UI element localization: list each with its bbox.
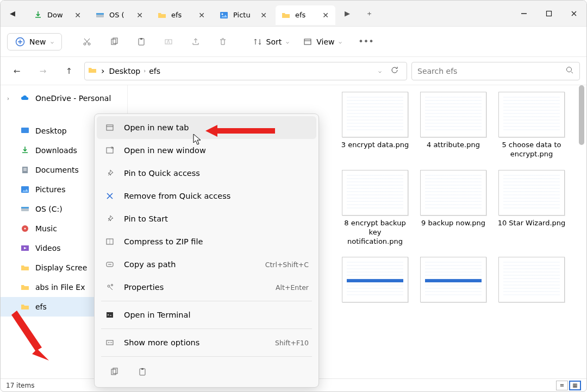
file-label: 3 encrypt data.png	[341, 141, 409, 150]
ctx-pin-start[interactable]: Pin to Start	[95, 207, 319, 230]
sort-label: Sort	[266, 37, 282, 46]
tab-efs-active[interactable]: efs ✕	[276, 5, 335, 25]
share-button[interactable]	[184, 32, 208, 52]
desktop-icon	[20, 126, 30, 136]
svg-rect-24	[107, 125, 113, 130]
svg-text:A: A	[167, 40, 170, 45]
file-item[interactable]	[419, 257, 488, 306]
sidebar-item-label: Pictures	[35, 185, 65, 194]
file-label: 4 attribute.png	[427, 141, 480, 150]
scrollbar-thumb[interactable]	[579, 85, 584, 145]
ctx-open-terminal[interactable]: Open in Terminal	[95, 304, 319, 326]
ctx-properties[interactable]: PropertiesAlt+Enter	[95, 276, 319, 299]
file-thumbnail	[420, 170, 486, 216]
delete-button[interactable]	[211, 32, 235, 52]
file-item[interactable]: 4 attribute.png	[419, 92, 488, 159]
ctx-label: Compress to ZIP file	[124, 237, 309, 246]
copy-button[interactable]	[102, 32, 126, 52]
annotation-arrow	[205, 123, 276, 139]
sidebar-item-label: Music	[35, 224, 57, 233]
sort-button[interactable]: Sort ⌵	[248, 34, 295, 49]
ctx-label: Remove from Quick access	[124, 192, 309, 200]
sidebar-item-label: Videos	[35, 244, 61, 252]
chevron-right-icon[interactable]: ›	[7, 96, 15, 102]
ctx-copy-path[interactable]: Copy as pathCtrl+Shift+C	[95, 253, 319, 276]
view-details-button[interactable]: ≡	[556, 381, 568, 390]
file-item[interactable]: 10 Star Wizard.png	[497, 170, 566, 246]
cut-button[interactable]	[75, 32, 99, 52]
svg-rect-20	[21, 207, 29, 208]
tab-label: efs	[295, 11, 317, 19]
ctx-paste-button[interactable]	[130, 362, 154, 382]
svg-point-28	[108, 285, 110, 287]
tab-efs-1[interactable]: efs ✕	[152, 5, 211, 25]
tab-history-back[interactable]: ◀	[1, 9, 24, 17]
maximize-button[interactable]	[536, 1, 561, 26]
music-icon	[20, 224, 30, 233]
breadcrumbs: Desktop › efs	[109, 67, 160, 75]
sidebar-onedrive[interactable]: › OneDrive - Personal	[1, 88, 127, 108]
more-button[interactable]: •••	[354, 32, 378, 52]
chevron-down-icon: ⌵	[286, 39, 289, 45]
tab-history-fwd[interactable]: ▶	[336, 9, 358, 17]
ctx-shortcut: Ctrl+Shift+C	[265, 261, 309, 269]
annotation-arrow	[8, 306, 57, 366]
crumb-efs[interactable]: efs	[149, 67, 160, 75]
back-button[interactable]: ←	[6, 61, 28, 81]
ctx-shortcut: Shift+F10	[275, 339, 309, 347]
file-thumbnail	[342, 92, 408, 137]
rename-button[interactable]: A	[157, 32, 180, 52]
close-icon[interactable]: ✕	[259, 10, 268, 21]
close-window-button[interactable]	[561, 1, 586, 26]
more-icon	[104, 337, 115, 348]
new-tab-button[interactable]: ＋	[358, 9, 380, 18]
status-item-count: 17 items	[6, 382, 34, 389]
file-item[interactable]	[341, 257, 409, 306]
tab-pictures[interactable]: Pictu ✕	[214, 5, 273, 25]
minimize-button[interactable]	[511, 1, 536, 26]
file-thumbnail	[498, 92, 565, 137]
file-item[interactable]	[497, 257, 566, 306]
ctx-open-new-window[interactable]: Open in new window	[95, 139, 319, 162]
ctx-label: Open in new window	[124, 146, 309, 155]
open-window-icon	[104, 145, 115, 156]
view-button[interactable]: View ⌵	[298, 34, 347, 49]
file-label: 8 encrypt backup key notification.png	[341, 219, 409, 246]
close-icon[interactable]: ✕	[197, 10, 206, 21]
close-icon[interactable]: ✕	[321, 10, 330, 21]
folder-icon	[20, 282, 30, 292]
chevron-right-icon: ›	[101, 66, 104, 76]
crumb-desktop[interactable]: Desktop	[109, 67, 140, 75]
address-bar[interactable]: › Desktop › efs ⌵	[84, 62, 407, 80]
paste-button[interactable]	[129, 32, 153, 52]
new-button[interactable]: New ⌵	[7, 33, 62, 50]
refresh-button[interactable]	[386, 66, 403, 77]
close-icon[interactable]: ✕	[135, 10, 144, 21]
close-icon[interactable]: ✕	[73, 10, 82, 21]
pin-start-icon	[104, 213, 115, 224]
search-box[interactable]: Search efs	[411, 62, 580, 80]
scrollbar[interactable]	[578, 85, 585, 378]
tab-downloads[interactable]: Dow ✕	[28, 5, 88, 25]
pin-icon	[104, 168, 115, 179]
up-button[interactable]: ↑	[58, 61, 80, 81]
file-item[interactable]: 5 choose data to encrypt.png	[497, 92, 566, 159]
ctx-copy-button[interactable]	[102, 362, 126, 382]
file-item[interactable]: 3 encrypt data.png	[341, 92, 409, 159]
ctx-show-more[interactable]: Show more optionsShift+F10	[95, 331, 319, 354]
chevron-down-icon[interactable]: ⌵	[378, 68, 382, 74]
sidebar-item-label: OneDrive - Personal	[35, 94, 111, 103]
forward-button[interactable]: →	[32, 61, 54, 81]
ctx-compress-zip[interactable]: Compress to ZIP file	[95, 230, 319, 253]
file-thumbnail	[342, 257, 408, 302]
file-item[interactable]: 8 encrypt backup key notification.png	[341, 170, 409, 246]
file-thumbnail	[498, 257, 565, 302]
ctx-label: Pin to Start	[124, 214, 309, 223]
tab-os[interactable]: OS ( ✕	[90, 5, 149, 25]
new-label: New	[29, 37, 46, 46]
view-thumbnails-button[interactable]: ▦	[569, 381, 581, 390]
ctx-pin-quick[interactable]: Pin to Quick access	[95, 162, 319, 185]
sidebar-item-label: OS (C:)	[35, 205, 63, 213]
ctx-remove-quick[interactable]: Remove from Quick access	[95, 185, 319, 207]
file-item[interactable]: 9 backup now.png	[419, 170, 488, 246]
